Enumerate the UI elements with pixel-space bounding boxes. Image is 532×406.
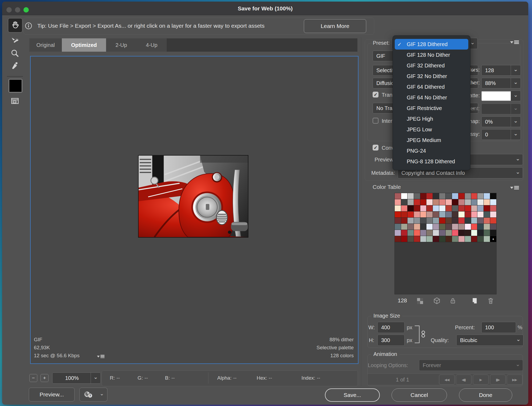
color-swatch[interactable] <box>395 218 401 224</box>
dither-amount-select[interactable]: 88% ⌄ <box>481 78 521 88</box>
color-swatch[interactable] <box>458 212 465 217</box>
color-swatch[interactable] <box>465 224 471 230</box>
color-swatch[interactable] <box>420 212 426 217</box>
color-swatch[interactable] <box>446 199 452 205</box>
web-snap-select[interactable]: 0% ⌄ <box>481 116 521 127</box>
tab-2up[interactable]: 2-Up <box>106 38 137 52</box>
lock-icon[interactable] <box>449 297 457 305</box>
color-swatch[interactable] <box>452 224 458 230</box>
color-swatch[interactable] <box>401 230 407 236</box>
color-swatch[interactable] <box>471 205 477 211</box>
color-swatch[interactable] <box>426 199 433 205</box>
eyedropper-color-swatch[interactable] <box>9 79 22 93</box>
preset-menu-item[interactable]: GIF Restrictive <box>393 103 470 113</box>
settings-panel-menu-icon[interactable] <box>510 40 519 44</box>
new-color-icon[interactable] <box>471 297 479 305</box>
matte-select[interactable]: ⌄ <box>481 91 521 101</box>
color-swatch[interactable] <box>490 199 496 205</box>
color-swatch[interactable] <box>477 205 483 211</box>
color-swatch[interactable] <box>452 230 458 236</box>
color-swatch[interactable] <box>490 193 496 199</box>
height-input[interactable]: 300 <box>377 335 405 346</box>
color-swatch[interactable] <box>477 236 483 242</box>
color-swatch[interactable] <box>395 236 401 242</box>
color-swatch[interactable] <box>477 218 483 224</box>
transparency-grid-icon[interactable] <box>416 297 424 305</box>
color-swatch[interactable] <box>471 212 477 217</box>
color-swatch[interactable] <box>465 218 471 224</box>
preset-menu-item[interactable]: GIF 64 No Dither <box>393 92 470 103</box>
color-swatch[interactable] <box>490 224 496 230</box>
color-swatch[interactable] <box>458 236 465 242</box>
color-swatch[interactable] <box>408 193 414 199</box>
color-swatch[interactable] <box>433 236 439 242</box>
tab-4up[interactable]: 4-Up <box>136 38 167 52</box>
color-swatch[interactable] <box>446 224 452 230</box>
color-swatch[interactable] <box>439 218 445 224</box>
color-swatch[interactable] <box>414 218 420 224</box>
color-swatch[interactable] <box>490 212 496 217</box>
color-swatch[interactable] <box>414 224 420 230</box>
color-swatch[interactable] <box>439 205 445 211</box>
browser-select-chevron[interactable]: ⌄ <box>96 388 107 401</box>
color-swatch[interactable] <box>477 212 483 217</box>
color-swatch[interactable] <box>446 230 452 236</box>
color-swatch[interactable] <box>420 236 426 242</box>
color-swatch[interactable] <box>490 205 496 211</box>
color-swatch[interactable] <box>420 218 426 224</box>
color-swatch[interactable] <box>452 199 458 205</box>
color-swatch[interactable] <box>395 212 401 217</box>
color-swatch[interactable] <box>426 205 433 211</box>
color-swatch[interactable] <box>395 230 401 236</box>
color-swatch[interactable] <box>426 212 433 217</box>
color-swatch[interactable] <box>414 199 420 205</box>
color-swatch[interactable] <box>408 205 414 211</box>
save-button[interactable]: Save... <box>325 388 380 402</box>
lossy-select[interactable]: 0 ⌄ <box>481 129 521 140</box>
color-swatch[interactable]: + <box>490 236 496 242</box>
preset-menu-item[interactable]: PNG-24 <box>393 145 470 156</box>
color-swatch[interactable] <box>484 218 490 224</box>
browser-select-button[interactable]: ? <box>79 388 97 401</box>
zoom-in-button[interactable]: + <box>41 374 49 382</box>
color-swatch[interactable] <box>420 205 426 211</box>
color-swatch[interactable] <box>465 205 471 211</box>
color-swatch[interactable] <box>458 205 465 211</box>
preset-menu-item[interactable]: GIF 128 No Dither <box>393 50 470 60</box>
color-swatch[interactable] <box>484 224 490 230</box>
slice-select-tool[interactable] <box>8 35 22 46</box>
color-swatch[interactable] <box>414 230 420 236</box>
color-swatch[interactable] <box>484 236 490 242</box>
width-input[interactable]: 400 <box>377 322 405 333</box>
color-swatch[interactable] <box>471 224 477 230</box>
web-shift-cube-icon[interactable] <box>433 297 441 305</box>
color-swatch[interactable] <box>433 230 439 236</box>
zoom-tool[interactable] <box>8 47 22 59</box>
color-swatch[interactable] <box>414 212 420 217</box>
color-swatch[interactable] <box>471 230 477 236</box>
color-swatch[interactable] <box>395 224 401 230</box>
color-swatch[interactable] <box>420 230 426 236</box>
color-swatch[interactable] <box>401 199 407 205</box>
color-swatch[interactable] <box>408 230 414 236</box>
color-swatch[interactable] <box>490 230 496 236</box>
color-swatch[interactable] <box>426 218 433 224</box>
color-swatch[interactable] <box>446 205 452 211</box>
color-swatch[interactable] <box>477 199 483 205</box>
cancel-button[interactable]: Cancel <box>392 388 447 402</box>
color-swatch[interactable] <box>439 199 445 205</box>
color-swatch[interactable] <box>426 236 433 242</box>
color-swatch[interactable] <box>452 205 458 211</box>
color-swatch[interactable] <box>433 199 439 205</box>
percent-input[interactable]: 100 <box>481 322 516 333</box>
color-swatch[interactable] <box>452 193 458 199</box>
color-swatch[interactable] <box>433 224 439 230</box>
preset-menu-item[interactable]: ✓GIF 128 Dithered <box>395 39 468 50</box>
convert-srgb-checkbox[interactable]: ✓ <box>373 145 378 151</box>
color-swatch[interactable] <box>414 193 420 199</box>
color-swatch[interactable] <box>465 199 471 205</box>
color-swatch[interactable] <box>401 193 407 199</box>
color-table-menu-icon[interactable] <box>510 186 519 189</box>
color-swatch[interactable] <box>408 212 414 217</box>
color-swatch[interactable] <box>426 230 433 236</box>
